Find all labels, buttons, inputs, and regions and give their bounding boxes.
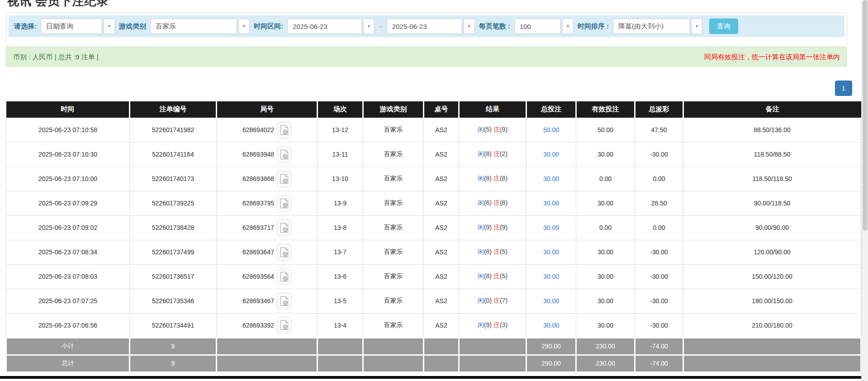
player-result-label: 闲 [478, 297, 484, 304]
player-result-label: 闲 [478, 224, 484, 231]
cell-table-number: AS2 [424, 191, 459, 215]
video-record-button[interactable] [277, 317, 291, 333]
cell-game-type: 百家乐 [363, 142, 424, 167]
player-result-label: 闲 [478, 150, 484, 157]
cell-total-bet[interactable]: 30.00 [526, 167, 576, 191]
vertical-scrollbar[interactable] [861, 0, 868, 381]
cell-bet-id: 522601740173 [130, 167, 217, 191]
summary-label: 小计 [6, 338, 130, 355]
summary-empty-cell [459, 355, 526, 372]
cell-valid-bet: 30.00 [576, 264, 635, 289]
range-separator: ~ [379, 23, 383, 30]
video-record-icon [280, 174, 289, 184]
filter-panel: 请选择: 日期查询 ▼ 游戏类别 百家乐 ▼ 时间区间: 2025-06-23 … [6, 13, 847, 47]
column-header: 场次 [318, 101, 363, 118]
cell-total-bet[interactable]: 30.00 [526, 289, 576, 313]
cell-total-bet[interactable]: 30.00 [526, 215, 576, 240]
game-type-select[interactable]: 百家乐 ▼ [150, 19, 250, 34]
chevron-down-icon[interactable]: ▼ [104, 19, 115, 34]
date-from-select[interactable]: 2025-06-23 ▼ [287, 19, 375, 34]
cell-payout: -30.00 [635, 240, 683, 264]
cell-table-number: AS2 [424, 240, 459, 264]
video-record-button[interactable] [277, 146, 291, 163]
cell-result: 闲(9) 庄(3) [459, 313, 526, 338]
banker-score: (2) [500, 150, 508, 157]
video-record-button[interactable] [277, 195, 291, 212]
table-row: 2025-06-23 07:09:02522601738428628693717… [6, 215, 861, 240]
banker-result-label: 庄 [493, 297, 500, 304]
cell-table-number: AS2 [424, 118, 459, 142]
total-bet-link[interactable]: 30.00 [543, 151, 559, 158]
video-record-button[interactable] [277, 171, 291, 187]
cell-time: 2025-06-23 07:10:58 [6, 118, 130, 142]
video-record-button[interactable] [277, 293, 291, 310]
cell-total-bet[interactable]: 30.00 [526, 313, 576, 338]
video-record-button[interactable] [277, 219, 291, 236]
cell-game-type: 百家乐 [363, 118, 424, 142]
total-bet-link[interactable]: 30.00 [543, 322, 559, 329]
cell-total-bet[interactable]: 30.00 [526, 240, 576, 264]
cell-total-bet[interactable]: 30.00 [526, 191, 576, 215]
chevron-down-icon[interactable]: ▼ [238, 19, 250, 34]
cell-time: 2025-06-23 07:06:56 [6, 313, 130, 338]
cell-note: 180.00/150.00 [683, 289, 861, 313]
total-bet-link[interactable]: 30.00 [543, 248, 559, 256]
scrollbar-thumb[interactable] [863, 0, 868, 231]
video-record-button[interactable] [277, 122, 291, 138]
banker-result-label: 庄 [493, 272, 500, 280]
total-bet-link[interactable]: 30.00 [543, 200, 559, 207]
video-record-button[interactable] [277, 244, 291, 261]
search-button[interactable]: 查询 [709, 19, 738, 34]
summary-total-bet: 290.00 [526, 355, 576, 372]
query-type-label: 请选择: [14, 22, 37, 31]
cell-payout: -30.00 [635, 142, 683, 167]
cell-game-type: 百家乐 [363, 289, 424, 313]
chevron-down-icon[interactable]: ▼ [464, 19, 475, 34]
page-button[interactable]: 1 [835, 81, 852, 96]
column-header: 桌号 [424, 101, 459, 118]
cell-payout: -30.00 [635, 264, 683, 289]
cell-game-type: 百家乐 [363, 264, 424, 289]
player-score: (8) [484, 150, 492, 157]
cell-bet-id: 522601736517 [130, 264, 217, 289]
total-bet-link[interactable]: 30.00 [543, 297, 559, 305]
player-score: (6) [484, 199, 492, 206]
cell-time: 2025-06-23 07:09:02 [6, 215, 130, 240]
currency-total-info: 币别 : 人民币 | 总共 :9 注单 | [13, 53, 99, 62]
cell-game-type: 百家乐 [363, 191, 424, 215]
chevron-down-icon[interactable]: ▼ [691, 19, 702, 34]
cell-note: 150.00/120.00 [683, 264, 861, 289]
total-bet-link[interactable]: 50.00 [543, 126, 559, 133]
video-record-button[interactable] [277, 268, 291, 285]
page-size-select[interactable]: 100 ▼ [514, 19, 574, 34]
time-sort-select[interactable]: 降冪(由大到小) ▼ [613, 19, 702, 34]
total-bet-link[interactable]: 30.00 [543, 273, 559, 280]
cell-total-bet[interactable]: 50.00 [526, 118, 576, 142]
table-row: 2025-06-23 07:09:29522601739225628693795… [6, 191, 861, 215]
player-result-label: 闲 [478, 126, 484, 133]
cell-session: 13-10 [318, 167, 363, 191]
cell-session: 13-5 [318, 289, 363, 313]
cell-result: 闲(8) 庄(5) [459, 264, 526, 289]
cell-total-bet[interactable]: 30.00 [526, 264, 576, 289]
chevron-down-icon[interactable]: ▼ [562, 19, 574, 34]
total-bet-link[interactable]: 30.00 [543, 175, 559, 182]
cell-valid-bet: 30.00 [576, 240, 635, 264]
cell-total-bet[interactable]: 30.00 [526, 142, 576, 167]
cell-session: 13-4 [318, 313, 363, 338]
chevron-down-icon[interactable]: ▼ [363, 19, 375, 34]
player-score: (5) [484, 126, 492, 133]
query-type-select[interactable]: 日期查询 ▼ [41, 19, 115, 34]
page-size-label: 每页笔数 : [479, 22, 510, 31]
cell-game-type: 百家乐 [363, 167, 424, 191]
banker-score: (8) [500, 175, 508, 182]
video-record-icon [280, 296, 289, 306]
banker-result-label: 庄 [493, 199, 500, 206]
date-to-select[interactable]: 2025-06-23 ▼ [387, 19, 475, 34]
bottom-divider [0, 376, 868, 379]
round-number: 628693564 [242, 273, 274, 280]
total-bet-link[interactable]: 30.00 [543, 224, 559, 231]
cell-bet-id: 522601735346 [130, 289, 217, 313]
total-row: 总计9290.00230.00-74.00 [6, 355, 861, 372]
cell-round-id: 628694022 [217, 118, 318, 142]
